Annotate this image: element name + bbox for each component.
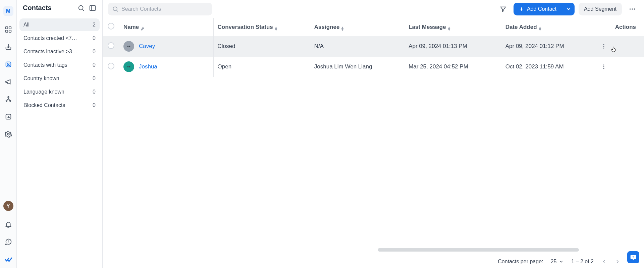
settings-icon[interactable] (4, 130, 12, 138)
horizontal-scrollbar-thumb[interactable] (378, 248, 579, 252)
add-contact-dropdown[interactable] (562, 3, 575, 15)
svg-point-19 (603, 46, 604, 47)
workflow-icon[interactable] (4, 95, 12, 103)
row-actions-button[interactable] (597, 36, 644, 57)
nav-rail: M Y ? (0, 0, 17, 268)
filter-button[interactable] (497, 3, 509, 15)
svg-point-21 (603, 64, 604, 65)
segment-count: 0 (93, 75, 96, 82)
add-contact-button[interactable]: Add Contact (514, 3, 562, 15)
row-actions-button[interactable] (597, 57, 644, 77)
add-contact-label: Add Contact (527, 6, 556, 12)
segment-label: Language known (23, 89, 64, 95)
svg-point-6 (8, 97, 9, 98)
contacts-sidebar: Contacts All2Contacts created <7…0Contac… (17, 0, 103, 268)
segment-item[interactable]: Contacts inactive >3…0 (19, 45, 100, 58)
toolbar: Add Contact Add Segment (103, 0, 644, 18)
search-icon[interactable] (77, 4, 85, 12)
select-all-checkbox[interactable] (108, 23, 114, 30)
segment-item[interactable]: All2 (19, 18, 100, 31)
row-checkbox[interactable] (108, 63, 114, 69)
more-actions-button[interactable] (626, 3, 639, 15)
svg-point-23 (603, 68, 604, 69)
svg-point-7 (6, 100, 7, 102)
svg-point-18 (603, 44, 604, 45)
segment-count: 0 (93, 62, 96, 68)
segment-count: 0 (93, 102, 96, 108)
column-header-last-message[interactable]: Last Message▴▾ (405, 18, 501, 36)
segment-item[interactable]: Country known0 (19, 72, 100, 85)
svg-rect-0 (5, 27, 7, 29)
segment-item[interactable]: Blocked Contacts0 (19, 99, 100, 112)
svg-rect-3 (9, 30, 11, 32)
segment-count: 0 (93, 49, 96, 55)
contacts-table: Name▲▾ Conversation Status▴▾ Assignee▴▾ … (103, 18, 644, 77)
svg-point-10 (7, 133, 9, 135)
cell-date-added: Apr 09, 2024 01:12 PM (501, 36, 597, 57)
segment-label: All (23, 22, 30, 28)
row-checkbox[interactable] (108, 42, 114, 49)
svg-point-8 (9, 100, 11, 102)
cell-last-message: Mar 25, 2024 04:52 PM (405, 57, 501, 77)
notifications-icon[interactable] (4, 220, 12, 228)
segment-count: 2 (93, 22, 96, 28)
svg-point-5 (7, 63, 9, 65)
segment-item[interactable]: Language known0 (19, 86, 100, 98)
svg-rect-1 (9, 27, 11, 29)
svg-point-16 (632, 8, 633, 10)
segment-count: 0 (93, 35, 96, 41)
search-contacts-input[interactable] (108, 3, 212, 15)
segment-count: 0 (93, 89, 96, 95)
cell-date-added: Oct 02, 2023 11:59 AM (501, 57, 597, 77)
table-row[interactable]: ••CaveyClosedN/AApr 09, 2024 01:13 PMApr… (103, 36, 644, 57)
sidebar-title: Contacts (23, 4, 73, 12)
svg-point-17 (634, 8, 635, 10)
svg-point-12 (79, 5, 83, 10)
perpage-label: Contacts per page: (498, 259, 543, 265)
svg-point-15 (630, 8, 631, 10)
cell-conversation-status: Open (213, 57, 310, 77)
svg-point-22 (603, 66, 604, 67)
contacts-table-wrap: Name▲▾ Conversation Status▴▾ Assignee▴▾ … (103, 18, 644, 255)
svg-rect-13 (90, 5, 96, 10)
segment-label: Contacts with tags (23, 62, 67, 68)
column-header-conversation-status[interactable]: Conversation Status▴▾ (213, 18, 310, 36)
contact-name-link[interactable]: Joshua (139, 63, 157, 70)
contacts-icon[interactable] (4, 60, 12, 68)
svg-text:?: ? (7, 240, 9, 243)
add-segment-button[interactable]: Add Segment (579, 3, 622, 15)
cell-assignee: Joshua Lim Wen Liang (310, 57, 405, 77)
contact-name-link[interactable]: Cavey (139, 43, 155, 50)
column-header-date-added[interactable]: Date Added▴▾ (501, 18, 597, 36)
cell-last-message: Apr 09, 2024 01:13 PM (405, 36, 501, 57)
segment-label: Contacts created <7… (23, 35, 77, 41)
next-page-button[interactable] (614, 259, 621, 265)
broadcast-icon[interactable] (4, 78, 12, 86)
segment-item[interactable]: Contacts created <7…0 (19, 32, 100, 45)
collapse-sidebar-icon[interactable] (89, 4, 96, 12)
help-chat-bubble[interactable]: ? (627, 251, 639, 263)
table-footer: Contacts per page: 25 1 – 2 of 2 (103, 255, 644, 268)
segment-item[interactable]: Contacts with tags0 (19, 59, 100, 71)
user-avatar[interactable]: Y (3, 201, 13, 211)
cell-conversation-status: Closed (213, 36, 310, 57)
cell-assignee: N/A (310, 36, 405, 57)
svg-rect-2 (5, 30, 7, 32)
reports-icon[interactable] (4, 113, 12, 121)
column-header-name[interactable]: Name▲▾ (119, 18, 213, 36)
prev-page-button[interactable] (601, 259, 607, 265)
table-row[interactable]: ••JoshuaOpenJoshua Lim Wen LiangMar 25, … (103, 57, 644, 77)
help-icon[interactable]: ? (4, 238, 12, 246)
inbox-icon[interactable] (4, 43, 12, 51)
workspace-badge[interactable]: M (3, 6, 13, 16)
page-range: 1 – 2 of 2 (571, 259, 594, 265)
column-header-actions: Actions (597, 18, 644, 36)
column-header-assignee[interactable]: Assignee▴▾ (310, 18, 405, 36)
search-input-icon (112, 6, 119, 12)
perpage-select[interactable]: 25 (550, 259, 564, 265)
brand-check-icon (4, 255, 12, 263)
svg-point-20 (603, 48, 604, 49)
contact-avatar: •• (123, 61, 134, 72)
dashboard-icon[interactable] (4, 25, 12, 34)
segment-label: Country known (23, 75, 59, 82)
